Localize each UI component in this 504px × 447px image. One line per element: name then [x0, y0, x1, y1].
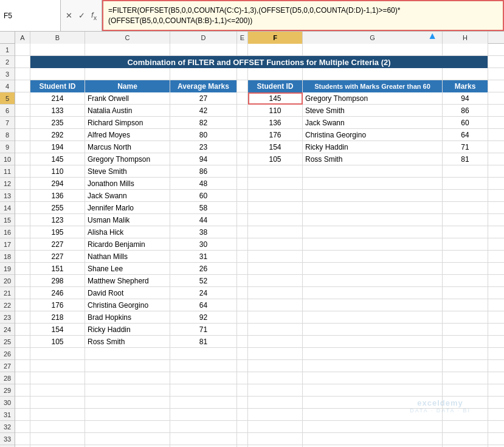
- left-row18-id[interactable]: 218: [30, 311, 85, 324]
- cell-a12[interactable]: [15, 178, 30, 190]
- right-row5-id[interactable]: 105: [248, 153, 303, 165]
- cell-e13[interactable]: [237, 190, 248, 202]
- row-num-24[interactable]: 24: [0, 324, 15, 336]
- cell-c3[interactable]: [85, 68, 170, 80]
- left-row14-name[interactable]: Shane Lee: [85, 263, 170, 275]
- row-num-20[interactable]: 20: [0, 275, 15, 287]
- cell-e10[interactable]: [237, 153, 248, 165]
- cell-g23[interactable]: [303, 311, 443, 324]
- col-header-d[interactable]: D: [170, 32, 237, 44]
- row-num-13[interactable]: 13: [0, 190, 15, 202]
- left-row4-id[interactable]: 194: [30, 141, 85, 153]
- left-row12-marks[interactable]: 30: [170, 238, 237, 251]
- row-num-27[interactable]: 27: [0, 360, 15, 372]
- right-row2-name[interactable]: Jack Swann: [303, 117, 443, 129]
- left-row1-name[interactable]: Natalia Austin: [85, 105, 170, 117]
- right-row3-name[interactable]: Christina Georgino: [303, 129, 443, 141]
- cell-f25[interactable]: [248, 336, 303, 348]
- row-num-1[interactable]: 1: [0, 44, 15, 56]
- cell-e25[interactable]: [237, 336, 248, 348]
- left-row15-marks[interactable]: 52: [170, 275, 237, 287]
- cell-a13[interactable]: [15, 190, 30, 202]
- row-num-14[interactable]: 14: [0, 202, 15, 214]
- cell-e21[interactable]: [237, 287, 248, 299]
- left-row3-name[interactable]: Alfred Moyes: [85, 129, 170, 141]
- name-box[interactable]: F5: [0, 0, 61, 31]
- right-row5-name[interactable]: Ross Smith: [303, 153, 443, 165]
- left-row11-id[interactable]: 195: [30, 226, 85, 238]
- right-row3-id[interactable]: 176: [248, 129, 303, 141]
- row-num-10[interactable]: 10: [0, 153, 15, 165]
- cell-h16[interactable]: [443, 226, 488, 238]
- right-row2-marks[interactable]: 60: [443, 117, 488, 129]
- left-row10-marks[interactable]: 44: [170, 214, 237, 226]
- row-num-2[interactable]: 2: [0, 56, 15, 68]
- left-row20-name[interactable]: Ross Smith: [85, 336, 170, 348]
- cell-e22[interactable]: [237, 299, 248, 311]
- row-num-12[interactable]: 12: [0, 178, 15, 190]
- cell-f22[interactable]: [248, 299, 303, 311]
- left-row8-marks[interactable]: 60: [170, 190, 237, 202]
- row-num-17[interactable]: 17: [0, 238, 15, 251]
- row-num-8[interactable]: 8: [0, 129, 15, 141]
- right-row3-marks[interactable]: 64: [443, 129, 488, 141]
- left-row18-name[interactable]: Brad Hopkins: [85, 311, 170, 324]
- left-row7-name[interactable]: Jonathon Mills: [85, 178, 170, 190]
- cell-g1[interactable]: [303, 44, 443, 56]
- left-row19-marks[interactable]: 71: [170, 324, 237, 336]
- left-row5-id[interactable]: 145: [30, 153, 85, 165]
- row-num-33[interactable]: 33: [0, 433, 15, 445]
- left-row8-name[interactable]: Jack Swann: [85, 190, 170, 202]
- col-header-e[interactable]: E: [237, 32, 248, 44]
- cell-e24[interactable]: [237, 324, 248, 336]
- right-row1-name[interactable]: Steve Smith: [303, 105, 443, 117]
- col-header-a[interactable]: A: [15, 32, 30, 44]
- left-row10-id[interactable]: 123: [30, 214, 85, 226]
- confirm-icon[interactable]: ✓: [76, 10, 88, 21]
- cell-g13[interactable]: [303, 190, 443, 202]
- left-row2-marks[interactable]: 82: [170, 117, 237, 129]
- left-row0-id[interactable]: 214: [30, 92, 85, 105]
- cell-g19[interactable]: [303, 263, 443, 275]
- right-row0-id[interactable]: 145: [248, 92, 303, 105]
- left-row18-marks[interactable]: 92: [170, 311, 237, 324]
- cell-h23[interactable]: [443, 311, 488, 324]
- cell-e14[interactable]: [237, 202, 248, 214]
- cell-g18[interactable]: [303, 251, 443, 263]
- right-row0-marks[interactable]: 94: [443, 92, 488, 105]
- cell-h19[interactable]: [443, 263, 488, 275]
- cell-a25[interactable]: [15, 336, 30, 348]
- row-num-30[interactable]: 30: [0, 397, 15, 409]
- cell-e11[interactable]: [237, 165, 248, 178]
- left-row13-marks[interactable]: 31: [170, 251, 237, 263]
- cell-e8[interactable]: [237, 129, 248, 141]
- cell-a5[interactable]: [15, 92, 30, 105]
- cell-a23[interactable]: [15, 311, 30, 324]
- cell-h12[interactable]: [443, 178, 488, 190]
- right-row4-id[interactable]: 154: [248, 141, 303, 153]
- cell-a19[interactable]: [15, 263, 30, 275]
- cancel-icon[interactable]: ✕: [63, 10, 75, 21]
- cell-f18[interactable]: [248, 251, 303, 263]
- col-header-b[interactable]: B: [30, 32, 85, 44]
- cell-h25[interactable]: [443, 336, 488, 348]
- cell-h22[interactable]: [443, 299, 488, 311]
- cell-e6[interactable]: [237, 105, 248, 117]
- cell-e16[interactable]: [237, 226, 248, 238]
- row-num-21[interactable]: 21: [0, 287, 15, 299]
- left-row16-id[interactable]: 246: [30, 287, 85, 299]
- cell-e9[interactable]: [237, 141, 248, 153]
- cell-g17[interactable]: [303, 238, 443, 251]
- left-row5-marks[interactable]: 94: [170, 153, 237, 165]
- cell-h1[interactable]: [443, 44, 488, 56]
- cell-e17[interactable]: [237, 238, 248, 251]
- cell-h13[interactable]: [443, 190, 488, 202]
- row-num-18[interactable]: 18: [0, 251, 15, 263]
- left-row14-id[interactable]: 151: [30, 263, 85, 275]
- cell-b1[interactable]: [30, 44, 85, 56]
- cell-f14[interactable]: [248, 202, 303, 214]
- row-num-26[interactable]: 26: [0, 348, 15, 360]
- left-row17-marks[interactable]: 64: [170, 299, 237, 311]
- cell-f3[interactable]: [248, 68, 303, 80]
- left-row2-id[interactable]: 235: [30, 117, 85, 129]
